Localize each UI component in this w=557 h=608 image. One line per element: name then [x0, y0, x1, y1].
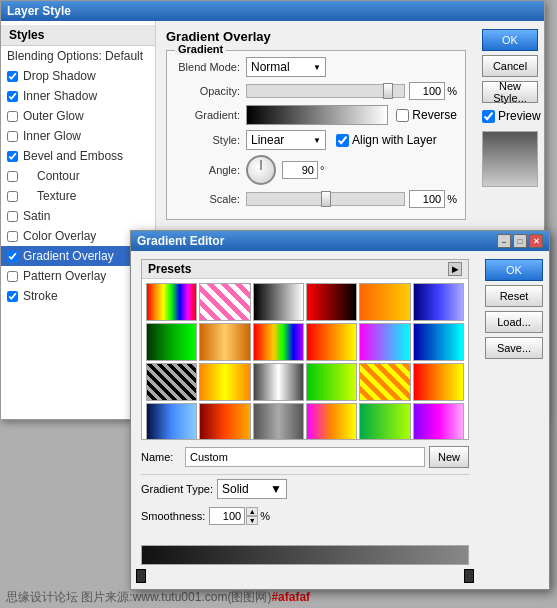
smoothness-input[interactable] — [209, 507, 245, 525]
gradient-bar[interactable] — [141, 545, 469, 565]
preset-item-2[interactable] — [199, 283, 250, 321]
preset-item-12[interactable] — [413, 323, 464, 361]
preset-item-8[interactable] — [199, 323, 250, 361]
preset-item-20[interactable] — [199, 403, 250, 439]
style-checkbox-color-overlay[interactable] — [7, 231, 18, 242]
style-checkbox-stroke[interactable] — [7, 291, 18, 302]
close-button[interactable]: ✕ — [529, 234, 543, 248]
preset-inner-11 — [360, 324, 409, 360]
gradient-editor-body: Presets ▶ Name: New Gradient Type: Solid… — [131, 251, 549, 589]
scale-label: Scale: — [175, 193, 240, 205]
opacity-slider[interactable] — [246, 84, 405, 98]
preset-inner-2 — [200, 284, 249, 320]
align-layer-label[interactable]: Align with Layer — [336, 133, 437, 147]
reverse-checkbox-label[interactable]: Reverse — [396, 108, 457, 122]
style-checkbox-drop-shadow[interactable] — [7, 71, 18, 82]
preset-item-13[interactable] — [146, 363, 197, 401]
reverse-label: Reverse — [412, 108, 457, 122]
gradient-stop-right[interactable] — [464, 569, 474, 583]
angle-input[interactable] — [282, 161, 318, 179]
angle-label: Angle: — [175, 164, 240, 176]
preset-item-9[interactable] — [253, 323, 304, 361]
preset-item-24[interactable] — [413, 403, 464, 439]
maximize-button[interactable]: □ — [513, 234, 527, 248]
sidebar-item-inner-glow[interactable]: Inner Glow — [1, 126, 155, 146]
preset-item-15[interactable] — [253, 363, 304, 401]
sidebar-item-contour[interactable]: Contour — [1, 166, 155, 186]
style-checkbox-outer-glow[interactable] — [7, 111, 18, 122]
scale-row: Scale: % — [175, 190, 457, 208]
style-checkbox-bevel-emboss[interactable] — [7, 151, 18, 162]
name-input[interactable] — [185, 447, 425, 467]
preset-item-7[interactable] — [146, 323, 197, 361]
style-checkbox-inner-shadow[interactable] — [7, 91, 18, 102]
styles-panel-header: Styles — [1, 25, 155, 46]
scale-slider[interactable] — [246, 192, 405, 206]
preset-item-21[interactable] — [253, 403, 304, 439]
smoothness-up-button[interactable]: ▲ — [246, 507, 258, 516]
preset-item-4[interactable] — [306, 283, 357, 321]
new-gradient-button[interactable]: New — [429, 446, 469, 468]
ge-load-button[interactable]: Load... — [485, 311, 543, 333]
ge-reset-button[interactable]: Reset — [485, 285, 543, 307]
minimize-button[interactable]: – — [497, 234, 511, 248]
blend-mode-dropdown[interactable]: Normal ▼ — [246, 57, 326, 77]
style-checkbox-pattern-overlay[interactable] — [7, 271, 18, 282]
preset-item-5[interactable] — [359, 283, 410, 321]
preset-inner-7 — [147, 324, 196, 360]
gradient-stop-left[interactable] — [136, 569, 146, 583]
style-dropdown[interactable]: Linear ▼ — [246, 130, 326, 150]
sidebar-item-texture[interactable]: Texture — [1, 186, 155, 206]
preset-inner-24 — [414, 404, 463, 439]
angle-row: Angle: ° — [175, 155, 457, 185]
preset-item-22[interactable] — [306, 403, 357, 439]
preset-item-19[interactable] — [146, 403, 197, 439]
ok-button[interactable]: OK — [482, 29, 538, 51]
preset-item-23[interactable] — [359, 403, 410, 439]
preset-item-6[interactable] — [413, 283, 464, 321]
style-item-label: Outer Glow — [23, 109, 84, 123]
preset-item-1[interactable] — [146, 283, 197, 321]
preset-item-10[interactable] — [306, 323, 357, 361]
style-checkbox-inner-glow[interactable] — [7, 131, 18, 142]
sidebar-item-outer-glow[interactable]: Outer Glow — [1, 106, 155, 126]
sidebar-item-drop-shadow[interactable]: Drop Shadow — [1, 66, 155, 86]
gradient-editor-main: Presets ▶ Name: New Gradient Type: Solid… — [131, 251, 479, 589]
sidebar-item-inner-shadow[interactable]: Inner Shadow — [1, 86, 155, 106]
preset-item-14[interactable] — [199, 363, 250, 401]
ge-save-button[interactable]: Save... — [485, 337, 543, 359]
style-checkbox-contour[interactable] — [7, 171, 18, 182]
scale-slider-thumb[interactable] — [321, 191, 331, 207]
new-style-button[interactable]: New Style... — [482, 81, 538, 103]
style-checkbox-gradient-overlay[interactable] — [7, 251, 18, 262]
presets-menu-arrow[interactable]: ▶ — [448, 262, 462, 276]
preset-item-18[interactable] — [413, 363, 464, 401]
sidebar-item-bevel-emboss[interactable]: Bevel and Emboss — [1, 146, 155, 166]
scale-input[interactable] — [409, 190, 445, 208]
preview-box — [482, 131, 538, 187]
opacity-input[interactable] — [409, 82, 445, 100]
preset-item-11[interactable] — [359, 323, 410, 361]
preset-item-17[interactable] — [359, 363, 410, 401]
preset-item-16[interactable] — [306, 363, 357, 401]
preset-item-3[interactable] — [253, 283, 304, 321]
angle-knob[interactable] — [246, 155, 276, 185]
ge-type-row: Gradient Type: Solid ▼ — [141, 474, 469, 503]
sidebar-item-blending-options[interactable]: Blending Options: Default — [1, 46, 155, 66]
opacity-slider-thumb[interactable] — [383, 83, 393, 99]
style-label: Style: — [175, 134, 240, 146]
style-checkbox-satin[interactable] — [7, 211, 18, 222]
sidebar-item-satin[interactable]: Satin — [1, 206, 155, 226]
cancel-button[interactable]: Cancel — [482, 55, 538, 77]
smoothness-down-button[interactable]: ▼ — [246, 516, 258, 525]
align-layer-checkbox[interactable] — [336, 134, 349, 147]
style-checkbox-texture[interactable] — [7, 191, 18, 202]
preview-checkbox-label[interactable]: Preview — [482, 109, 538, 123]
gradient-preview[interactable] — [246, 105, 388, 125]
ge-ok-button[interactable]: OK — [485, 259, 543, 281]
style-item-label: Drop Shadow — [23, 69, 96, 83]
smoothness-stepper: ▲ ▼ — [246, 507, 258, 525]
gradient-type-dropdown[interactable]: Solid ▼ — [217, 479, 287, 499]
preview-checkbox[interactable] — [482, 110, 495, 123]
reverse-checkbox[interactable] — [396, 109, 409, 122]
